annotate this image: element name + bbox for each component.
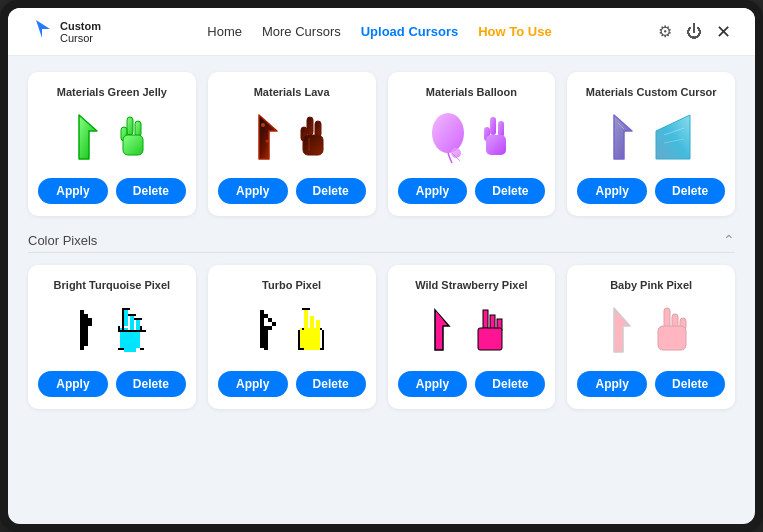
svg-rect-48 (130, 320, 134, 324)
svg-rect-79 (268, 326, 272, 330)
svg-rect-28 (88, 318, 92, 322)
close-icon[interactable]: ✕ (716, 21, 731, 43)
delete-button-crystal[interactable]: Delete (655, 178, 725, 204)
cursor-card-turbo-pixel: Turbo Pixel (208, 265, 376, 409)
logo-text: Custom Cursor (60, 20, 101, 44)
svg-rect-16 (498, 121, 504, 137)
apply-button-balloon[interactable]: Apply (398, 178, 468, 204)
svg-rect-41 (84, 342, 88, 346)
svg-rect-60 (124, 348, 136, 352)
apply-button-strawberry-pixel[interactable]: Apply (398, 371, 468, 397)
svg-rect-4 (123, 135, 143, 155)
cursor-images-balloon (430, 108, 512, 168)
svg-rect-59 (120, 344, 140, 348)
svg-rect-15 (490, 117, 496, 135)
cursor-card-babypink-pixel: Baby Pink Pixel Apply (567, 265, 735, 409)
nav-more-cursors[interactable]: More Cursors (262, 24, 341, 39)
logo-icon (32, 18, 54, 45)
crystal-hand-icon (654, 113, 692, 163)
svg-rect-50 (136, 320, 140, 324)
svg-rect-69 (118, 348, 124, 350)
svg-rect-82 (264, 334, 268, 338)
svg-point-5 (261, 123, 265, 127)
svg-rect-47 (130, 316, 134, 320)
svg-rect-61 (122, 308, 130, 310)
apply-button-crystal[interactable]: Apply (577, 178, 647, 204)
delete-button-lava[interactable]: Delete (296, 178, 366, 204)
apply-button-teal-pixel[interactable]: Apply (38, 371, 108, 397)
svg-rect-51 (136, 324, 140, 328)
svg-rect-58 (120, 340, 140, 344)
svg-rect-102 (664, 308, 670, 328)
svg-rect-101 (478, 328, 502, 350)
delete-button-strawberry-pixel[interactable]: Delete (475, 371, 545, 397)
cursor-images-teal-pixel (78, 301, 146, 361)
browser-window: Custom Cursor Home More Cursors Upload C… (0, 0, 763, 532)
teal-pixel-arrow-icon (78, 308, 108, 354)
logo: Custom Cursor (32, 18, 101, 45)
materials-grid: Materials Green Jelly (28, 72, 735, 216)
settings-icon[interactable]: ⚙ (658, 22, 672, 41)
strawberry-pixel-hand-icon (475, 308, 509, 354)
svg-rect-40 (80, 342, 84, 346)
app-container: Custom Cursor Home More Cursors Upload C… (8, 8, 755, 524)
cursor-name-lava: Materials Lava (254, 86, 330, 98)
svg-rect-23 (80, 310, 84, 314)
svg-rect-93 (320, 328, 322, 330)
btn-row-balloon: Apply Delete (398, 178, 546, 204)
svg-rect-90 (300, 328, 320, 350)
svg-rect-42 (80, 346, 84, 350)
nav-home[interactable]: Home (207, 24, 242, 39)
svg-rect-56 (120, 332, 140, 336)
cursor-name-crystal: Materials Custom Cursor (586, 86, 717, 98)
svg-rect-92 (302, 328, 304, 330)
cursor-name-babypink-pixel: Baby Pink Pixel (610, 279, 692, 291)
nav-how-to-use[interactable]: How To Use (478, 24, 551, 39)
cursor-images-turbo-pixel (258, 301, 326, 361)
btn-row-babypink-pixel: Apply Delete (577, 371, 725, 397)
delete-button-balloon[interactable]: Delete (475, 178, 545, 204)
apply-button-lava[interactable]: Apply (218, 178, 288, 204)
apply-button-babypink-pixel[interactable]: Apply (577, 371, 647, 397)
delete-button-babypink-pixel[interactable]: Delete (655, 371, 725, 397)
svg-rect-39 (84, 338, 88, 342)
balloon-arrow-icon (430, 111, 474, 165)
svg-rect-65 (134, 318, 142, 320)
cursor-card-crystal: Materials Custom Cursor (567, 72, 735, 216)
delete-button-teal-pixel[interactable]: Delete (116, 371, 186, 397)
delete-button-turbo-pixel[interactable]: Delete (296, 371, 366, 397)
btn-row-teal-pixel: Apply Delete (38, 371, 186, 397)
svg-rect-67 (118, 326, 120, 330)
cursor-name-strawberry-pixel: Wild Strawberry Pixel (415, 279, 527, 291)
chevron-up-icon[interactable]: ⌃ (723, 232, 735, 248)
svg-rect-34 (80, 330, 84, 334)
strawberry-pixel-arrow-icon (433, 308, 467, 354)
babypink-pixel-arrow-icon (612, 306, 646, 356)
turbo-pixel-arrow-icon (258, 308, 288, 354)
svg-rect-43 (124, 310, 128, 314)
cursor-images-green-jelly (75, 108, 149, 168)
svg-rect-91 (302, 308, 310, 310)
svg-rect-44 (124, 314, 128, 318)
power-icon[interactable]: ⏻ (686, 23, 702, 41)
nav-upload-cursors[interactable]: Upload Cursors (361, 24, 459, 39)
cursor-card-strawberry-pixel: Wild Strawberry Pixel (388, 265, 556, 409)
delete-button-green-jelly[interactable]: Delete (116, 178, 186, 204)
apply-button-turbo-pixel[interactable]: Apply (218, 371, 288, 397)
svg-rect-57 (120, 336, 140, 340)
svg-rect-36 (80, 334, 84, 338)
lava-hand-icon (299, 113, 329, 163)
svg-rect-1 (127, 117, 133, 135)
teal-pixel-hand-icon (116, 308, 146, 354)
svg-rect-24 (80, 314, 84, 318)
svg-rect-29 (88, 322, 92, 326)
cursor-card-green-jelly: Materials Green Jelly (28, 72, 196, 216)
svg-rect-77 (268, 318, 272, 322)
apply-button-green-jelly[interactable]: Apply (38, 178, 108, 204)
cursor-card-balloon: Materials Balloon (388, 72, 556, 216)
svg-rect-18 (486, 135, 506, 155)
svg-rect-49 (130, 324, 134, 328)
cursor-name-turbo-pixel: Turbo Pixel (262, 279, 321, 291)
svg-rect-98 (483, 310, 488, 328)
btn-row-turbo-pixel: Apply Delete (218, 371, 366, 397)
